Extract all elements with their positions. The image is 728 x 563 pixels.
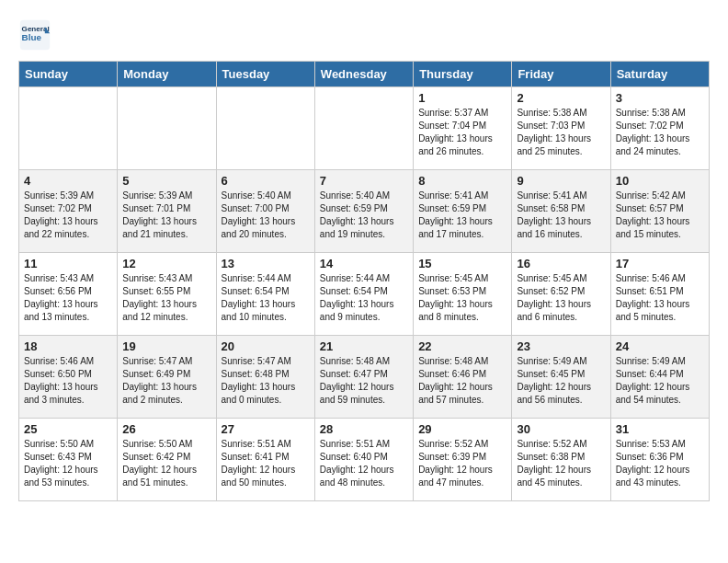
- logo-icon: General Blue: [18, 18, 51, 52]
- col-header-wednesday: Wednesday: [314, 62, 413, 87]
- calendar-cell: 24Sunrise: 5:49 AM Sunset: 6:44 PM Dayli…: [610, 336, 709, 419]
- calendar-cell: 27Sunrise: 5:51 AM Sunset: 6:41 PM Dayli…: [216, 419, 314, 501]
- day-number: 5: [122, 174, 210, 188]
- day-number: 27: [222, 422, 310, 436]
- day-info: Sunrise: 5:41 AM Sunset: 6:58 PM Dayligh…: [517, 190, 605, 241]
- day-info: Sunrise: 5:48 AM Sunset: 6:47 PM Dayligh…: [320, 355, 408, 407]
- calendar-cell: 29Sunrise: 5:52 AM Sunset: 6:39 PM Dayli…: [414, 419, 512, 501]
- logo: General Blue: [18, 18, 51, 52]
- day-number: 14: [320, 257, 408, 270]
- week-row: 1Sunrise: 5:37 AM Sunset: 7:04 PM Daylig…: [19, 87, 710, 170]
- day-number: 15: [418, 257, 506, 270]
- calendar-cell: 25Sunrise: 5:50 AM Sunset: 6:43 PM Dayli…: [19, 419, 118, 501]
- calendar-cell: 4Sunrise: 5:39 AM Sunset: 7:02 PM Daylig…: [19, 170, 118, 253]
- day-number: 17: [616, 257, 704, 270]
- calendar-cell: 10Sunrise: 5:42 AM Sunset: 6:57 PM Dayli…: [610, 170, 709, 253]
- calendar-cell: [216, 87, 314, 170]
- calendar-cell: 30Sunrise: 5:52 AM Sunset: 6:38 PM Dayli…: [512, 419, 610, 501]
- week-row: 18Sunrise: 5:46 AM Sunset: 6:50 PM Dayli…: [19, 336, 710, 419]
- day-info: Sunrise: 5:51 AM Sunset: 6:41 PM Dayligh…: [222, 438, 310, 489]
- calendar-cell: 1Sunrise: 5:37 AM Sunset: 7:04 PM Daylig…: [414, 87, 512, 170]
- day-info: Sunrise: 5:51 AM Sunset: 6:40 PM Dayligh…: [320, 438, 408, 489]
- day-info: Sunrise: 5:44 AM Sunset: 6:54 PM Dayligh…: [222, 272, 310, 324]
- day-number: 12: [122, 257, 210, 270]
- day-number: 30: [517, 422, 605, 436]
- col-header-monday: Monday: [118, 62, 216, 87]
- day-number: 19: [122, 339, 210, 353]
- calendar-cell: 22Sunrise: 5:48 AM Sunset: 6:46 PM Dayli…: [414, 336, 512, 419]
- day-number: 28: [320, 422, 408, 436]
- day-number: 20: [222, 339, 310, 353]
- day-info: Sunrise: 5:43 AM Sunset: 6:56 PM Dayligh…: [24, 272, 112, 324]
- day-number: 9: [517, 174, 605, 188]
- day-info: Sunrise: 5:43 AM Sunset: 6:55 PM Dayligh…: [122, 272, 210, 324]
- day-info: Sunrise: 5:38 AM Sunset: 7:02 PM Dayligh…: [616, 107, 704, 158]
- day-number: 22: [418, 339, 506, 353]
- calendar-cell: 28Sunrise: 5:51 AM Sunset: 6:40 PM Dayli…: [314, 419, 413, 501]
- day-number: 13: [222, 257, 310, 270]
- day-info: Sunrise: 5:42 AM Sunset: 6:57 PM Dayligh…: [616, 190, 704, 241]
- day-info: Sunrise: 5:39 AM Sunset: 7:02 PM Dayligh…: [24, 190, 112, 241]
- week-row: 25Sunrise: 5:50 AM Sunset: 6:43 PM Dayli…: [19, 419, 710, 501]
- day-number: 10: [616, 174, 704, 188]
- calendar-cell: 23Sunrise: 5:49 AM Sunset: 6:45 PM Dayli…: [512, 336, 610, 419]
- day-info: Sunrise: 5:38 AM Sunset: 7:03 PM Dayligh…: [517, 107, 605, 158]
- day-info: Sunrise: 5:39 AM Sunset: 7:01 PM Dayligh…: [122, 190, 210, 241]
- calendar-cell: 14Sunrise: 5:44 AM Sunset: 6:54 PM Dayli…: [314, 253, 413, 336]
- day-number: 18: [24, 339, 112, 353]
- day-number: 11: [24, 257, 112, 270]
- day-info: Sunrise: 5:49 AM Sunset: 6:45 PM Dayligh…: [517, 355, 605, 407]
- day-info: Sunrise: 5:47 AM Sunset: 6:49 PM Dayligh…: [122, 355, 210, 407]
- day-number: 23: [517, 339, 605, 353]
- day-info: Sunrise: 5:46 AM Sunset: 6:50 PM Dayligh…: [24, 355, 112, 407]
- calendar-cell: 12Sunrise: 5:43 AM Sunset: 6:55 PM Dayli…: [118, 253, 216, 336]
- calendar-cell: 18Sunrise: 5:46 AM Sunset: 6:50 PM Dayli…: [19, 336, 118, 419]
- day-number: 16: [517, 257, 605, 270]
- calendar-cell: 21Sunrise: 5:48 AM Sunset: 6:47 PM Dayli…: [314, 336, 413, 419]
- calendar-cell: 17Sunrise: 5:46 AM Sunset: 6:51 PM Dayli…: [610, 253, 709, 336]
- day-info: Sunrise: 5:41 AM Sunset: 6:59 PM Dayligh…: [418, 190, 506, 241]
- day-number: 2: [517, 91, 605, 105]
- day-info: Sunrise: 5:50 AM Sunset: 6:42 PM Dayligh…: [122, 438, 210, 489]
- calendar-cell: 19Sunrise: 5:47 AM Sunset: 6:49 PM Dayli…: [118, 336, 216, 419]
- col-header-thursday: Thursday: [414, 62, 512, 87]
- day-number: 4: [24, 174, 112, 188]
- calendar-header: SundayMondayTuesdayWednesdayThursdayFrid…: [19, 62, 710, 87]
- calendar-cell: 20Sunrise: 5:47 AM Sunset: 6:48 PM Dayli…: [216, 336, 314, 419]
- day-number: 6: [222, 174, 310, 188]
- day-info: Sunrise: 5:49 AM Sunset: 6:44 PM Dayligh…: [616, 355, 704, 407]
- col-header-tuesday: Tuesday: [216, 62, 314, 87]
- day-number: 3: [616, 91, 704, 105]
- col-header-saturday: Saturday: [610, 62, 709, 87]
- calendar-cell: 11Sunrise: 5:43 AM Sunset: 6:56 PM Dayli…: [19, 253, 118, 336]
- calendar-cell: 5Sunrise: 5:39 AM Sunset: 7:01 PM Daylig…: [118, 170, 216, 253]
- day-info: Sunrise: 5:40 AM Sunset: 6:59 PM Dayligh…: [320, 190, 408, 241]
- week-row: 11Sunrise: 5:43 AM Sunset: 6:56 PM Dayli…: [19, 253, 710, 336]
- day-info: Sunrise: 5:40 AM Sunset: 7:00 PM Dayligh…: [222, 190, 310, 241]
- calendar-cell: 31Sunrise: 5:53 AM Sunset: 6:36 PM Dayli…: [610, 419, 709, 501]
- calendar-cell: [19, 87, 118, 170]
- week-row: 4Sunrise: 5:39 AM Sunset: 7:02 PM Daylig…: [19, 170, 710, 253]
- svg-text:Blue: Blue: [22, 32, 42, 42]
- day-number: 31: [616, 422, 704, 436]
- calendar-table: SundayMondayTuesdayWednesdayThursdayFrid…: [18, 61, 710, 501]
- calendar-cell: 8Sunrise: 5:41 AM Sunset: 6:59 PM Daylig…: [414, 170, 512, 253]
- calendar-cell: 3Sunrise: 5:38 AM Sunset: 7:02 PM Daylig…: [610, 87, 709, 170]
- calendar-cell: 26Sunrise: 5:50 AM Sunset: 6:42 PM Dayli…: [118, 419, 216, 501]
- day-number: 7: [320, 174, 408, 188]
- day-info: Sunrise: 5:45 AM Sunset: 6:53 PM Dayligh…: [418, 272, 506, 324]
- day-info: Sunrise: 5:50 AM Sunset: 6:43 PM Dayligh…: [24, 438, 112, 489]
- calendar-cell: 16Sunrise: 5:45 AM Sunset: 6:52 PM Dayli…: [512, 253, 610, 336]
- calendar-cell: [118, 87, 216, 170]
- day-info: Sunrise: 5:52 AM Sunset: 6:39 PM Dayligh…: [418, 438, 506, 489]
- day-number: 29: [418, 422, 506, 436]
- day-number: 26: [122, 422, 210, 436]
- calendar-cell: 15Sunrise: 5:45 AM Sunset: 6:53 PM Dayli…: [414, 253, 512, 336]
- day-number: 21: [320, 339, 408, 353]
- day-info: Sunrise: 5:48 AM Sunset: 6:46 PM Dayligh…: [418, 355, 506, 407]
- day-info: Sunrise: 5:37 AM Sunset: 7:04 PM Dayligh…: [418, 107, 506, 158]
- day-number: 25: [24, 422, 112, 436]
- day-info: Sunrise: 5:44 AM Sunset: 6:54 PM Dayligh…: [320, 272, 408, 324]
- day-info: Sunrise: 5:47 AM Sunset: 6:48 PM Dayligh…: [222, 355, 310, 407]
- calendar-cell: 7Sunrise: 5:40 AM Sunset: 6:59 PM Daylig…: [314, 170, 413, 253]
